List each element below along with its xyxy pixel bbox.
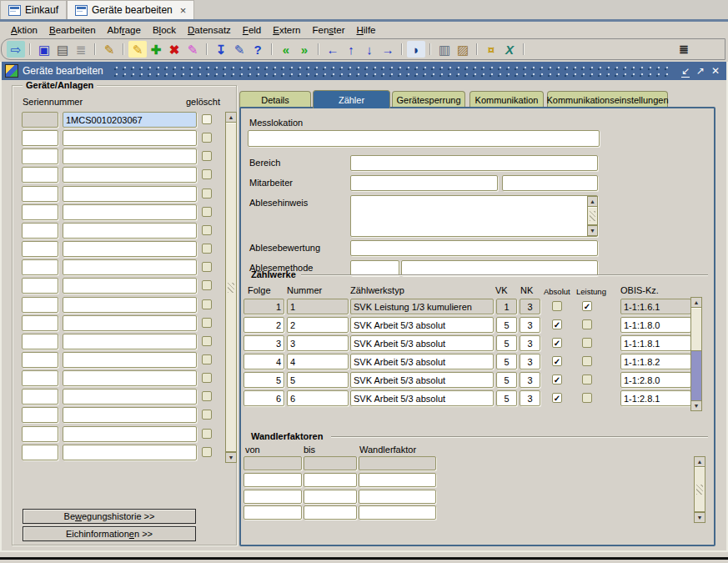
device-id-field[interactable] [22, 297, 58, 313]
geloescht-checkbox[interactable] [202, 336, 212, 346]
menu-block[interactable]: Block [147, 25, 182, 35]
seriennummer-field[interactable] [63, 334, 197, 349]
seriennummer-field[interactable] [63, 259, 197, 275]
seriennummer-field[interactable] [63, 241, 197, 257]
wf-bis-field[interactable] [304, 456, 357, 470]
next-block-icon[interactable]: » [295, 41, 314, 58]
ablesehinweis-scrollbar[interactable]: ▲▼ [587, 196, 598, 236]
geloescht-checkbox[interactable] [202, 354, 212, 364]
geloescht-checkbox[interactable] [202, 207, 212, 217]
exit-icon[interactable]: ⇨ [7, 41, 25, 58]
device-id-field[interactable] [22, 426, 58, 442]
window-tab-einkauf[interactable]: Einkauf [0, 0, 67, 19]
device-id-field[interactable] [22, 352, 58, 368]
geloescht-checkbox[interactable] [202, 262, 212, 272]
seriennummer-field[interactable] [63, 389, 197, 405]
zw-obis-field[interactable]: 1-1:1.8.1 [620, 335, 691, 351]
delete-record-icon[interactable]: ✖ [165, 41, 183, 58]
zw-nk-field[interactable]: 3 [520, 354, 540, 369]
zw-nk-field[interactable]: 3 [520, 372, 540, 388]
seriennummer-field[interactable] [63, 186, 197, 202]
device-id-field[interactable] [22, 370, 58, 386]
zw-obis-field[interactable]: 1-1:2.8.0 [620, 372, 691, 388]
geloescht-checkbox[interactable] [202, 244, 212, 254]
next-record-icon[interactable]: ↓ [360, 41, 379, 58]
previous-record-icon[interactable]: ↑ [342, 41, 360, 58]
window-list-icon[interactable]: ≣ [675, 41, 693, 58]
mitarbeiter-field-1[interactable] [350, 175, 498, 191]
ablesehinweis-textarea[interactable] [350, 195, 598, 237]
menu-fenster[interactable]: Fenster [306, 25, 350, 35]
scroll-up-icon[interactable]: ▲ [225, 112, 237, 123]
minimize-button[interactable]: ↙ [678, 66, 693, 76]
zw-nummer-field[interactable]: 4 [287, 354, 349, 369]
edit-record-icon[interactable]: ✎ [230, 41, 249, 58]
serial-list-scrollbar[interactable]: ▲▼ [225, 112, 237, 463]
tab-ger-tesperrung[interactable]: Gerätesperrung [392, 91, 465, 108]
seriennummer-field[interactable] [63, 352, 197, 368]
menu-extern[interactable]: Extern [267, 25, 306, 35]
scroll-down-icon[interactable]: ▼ [225, 452, 237, 463]
wf-von-field[interactable] [244, 490, 302, 504]
geloescht-checkbox[interactable] [202, 225, 212, 235]
next-field-icon[interactable]: → [379, 41, 397, 58]
messlokation-field[interactable] [248, 130, 600, 147]
device-id-field[interactable] [22, 148, 58, 164]
device-id-field[interactable] [22, 259, 58, 275]
device-id-field[interactable] [22, 334, 58, 349]
scroll-up-icon[interactable]: ▲ [694, 456, 705, 467]
seriennummer-field[interactable] [63, 278, 197, 294]
zw-folge-field[interactable]: 1 [244, 299, 284, 314]
device-id-field[interactable] [22, 389, 58, 405]
zw-vk-field[interactable]: 5 [496, 317, 517, 333]
zw-absolut-checkbox[interactable]: ✓ [552, 338, 562, 348]
tab-close-icon[interactable]: × [180, 4, 187, 17]
wf-faktor-field[interactable] [359, 473, 436, 487]
zw-nummer-field[interactable]: 6 [287, 390, 349, 406]
geloescht-checkbox[interactable] [202, 189, 212, 199]
zw-vk-field[interactable]: 5 [496, 335, 517, 351]
zw-typ-field[interactable]: SVK Arbeit 5/3 absolut [350, 372, 494, 388]
tab-z-hler[interactable]: Zähler [313, 90, 390, 108]
geloescht-checkbox[interactable] [202, 447, 212, 457]
zw-absolut-checkbox[interactable]: ✓ [552, 356, 562, 366]
menu-datensatz[interactable]: Datensatz [182, 25, 237, 35]
zw-typ-field[interactable]: SVK Leistung 1/3 kumulieren [350, 299, 494, 314]
zw-leistung-checkbox[interactable] [582, 319, 592, 329]
bereich-field[interactable] [350, 155, 598, 171]
seriennummer-field[interactable] [63, 130, 197, 146]
zw-leistung-checkbox[interactable] [582, 393, 592, 403]
device-id-field[interactable] [22, 186, 58, 202]
scroll-thumb[interactable] [226, 123, 236, 452]
zw-folge-field[interactable]: 3 [244, 335, 284, 351]
zw-nummer-field[interactable]: 2 [287, 317, 349, 333]
menu-hilfe[interactable]: Hilfe [350, 25, 381, 35]
wf-von-field[interactable] [244, 505, 302, 520]
zw-obis-field[interactable]: 1-1:1.6.1 [620, 299, 691, 314]
seriennummer-field[interactable] [63, 407, 197, 423]
save-icon[interactable]: ▣ [35, 41, 53, 58]
scroll-down-icon[interactable]: ▼ [694, 512, 705, 523]
scroll-thumb[interactable] [695, 467, 705, 512]
zw-nk-field[interactable]: 3 [520, 390, 540, 406]
wf-bis-field[interactable] [304, 473, 357, 487]
zw-absolut-checkbox[interactable]: ✓ [552, 393, 562, 403]
geloescht-checkbox[interactable] [202, 114, 212, 124]
zw-nummer-field[interactable]: 1 [287, 299, 349, 314]
zw-absolut-checkbox[interactable]: ✓ [552, 319, 562, 329]
zw-folge-field[interactable]: 2 [244, 317, 284, 333]
zw-typ-field[interactable]: SVK Arbeit 5/3 absolut [350, 317, 494, 333]
wf-von-field[interactable] [244, 473, 302, 487]
scroll-thumb[interactable] [588, 207, 597, 225]
zw-folge-field[interactable]: 5 [244, 372, 284, 388]
device-id-field[interactable] [22, 167, 58, 183]
geloescht-checkbox[interactable] [202, 410, 212, 420]
insert-record-icon[interactable]: ✚ [147, 41, 165, 58]
query-window-icon[interactable]: ✎ [100, 41, 118, 58]
menu-abfrage[interactable]: Abfrage [102, 25, 147, 35]
scroll-up-icon[interactable]: ▲ [587, 196, 598, 207]
seriennummer-field[interactable] [63, 148, 197, 164]
scroll-down-icon[interactable]: ▼ [690, 400, 702, 411]
wf-faktor-field[interactable] [359, 456, 436, 470]
import-icon[interactable]: ↧ [212, 41, 230, 58]
